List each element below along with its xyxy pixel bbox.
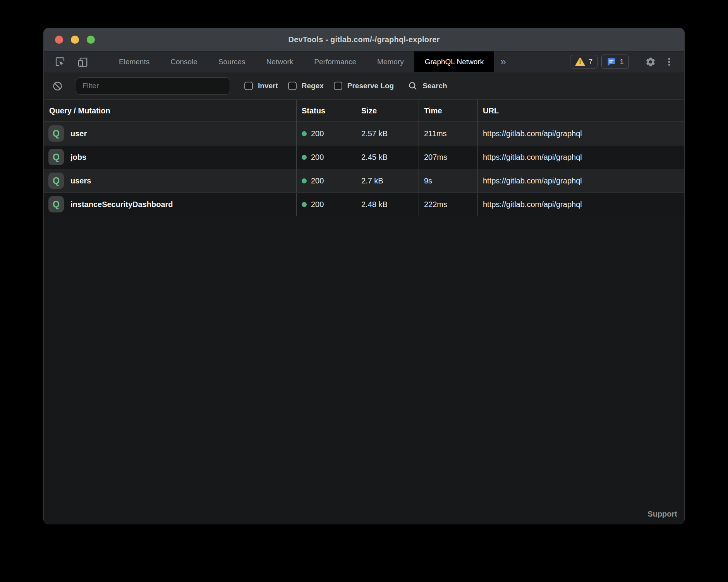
query-name: users (70, 176, 91, 185)
query-type-badge: Q (48, 125, 64, 142)
query-type-badge: Q (48, 173, 64, 189)
column-header-query-mutation[interactable]: Query / Mutation (44, 100, 296, 122)
cell-status: 200 (296, 169, 356, 192)
tab-label: Performance (314, 58, 356, 66)
column-header-size[interactable]: Size (356, 100, 419, 122)
column-header-label: URL (483, 106, 499, 115)
size-value: 2.57 kB (361, 129, 388, 138)
invert-checkbox-group: Invert (244, 82, 278, 90)
devtools-window: DevTools - gitlab.com/-/graphql-explorer (43, 28, 685, 524)
tab-label: Elements (119, 58, 149, 66)
time-value: 207ms (424, 153, 447, 162)
more-tabs-chevron-icon[interactable]: » (494, 51, 512, 72)
column-header-label: Time (424, 106, 442, 115)
tab-label: Sources (218, 58, 246, 66)
support-link[interactable]: Support (647, 510, 677, 519)
cell-size: 2.45 kB (356, 146, 419, 169)
preserve-log-checkbox-group: Preserve Log (334, 82, 394, 90)
tab-performance[interactable]: Performance (304, 51, 367, 72)
status-ok-dot-icon (302, 155, 307, 160)
toolbar-left-icons (44, 51, 108, 72)
status-code: 200 (311, 129, 324, 138)
status-ok-dot-icon (302, 131, 307, 136)
search-icon (408, 81, 418, 91)
network-filter-bar: Invert Regex Preserve Log Search (44, 72, 684, 100)
settings-gear-icon[interactable] (643, 55, 658, 69)
preserve-log-label[interactable]: Preserve Log (347, 82, 394, 90)
time-value: 211ms (424, 129, 447, 138)
tab-label: Memory (377, 58, 404, 66)
url-value: https://gitlab.com/api/graphql (483, 176, 582, 185)
cell-query: Q instanceSecurityDashboard (44, 193, 296, 216)
tab-graphql-network[interactable]: GraphQL Network (414, 51, 494, 72)
query-name: user (70, 129, 87, 138)
cell-url: https://gitlab.com/api/graphql (477, 169, 684, 192)
table-row[interactable]: Q user 200 2.57 kB 211ms https://gitlab.… (44, 122, 684, 146)
cell-query: Q jobs (44, 146, 296, 169)
cell-url: https://gitlab.com/api/graphql (477, 146, 684, 169)
cell-url: https://gitlab.com/api/graphql (477, 122, 684, 145)
cell-size: 2.48 kB (356, 193, 419, 216)
tab-network[interactable]: Network (256, 51, 304, 72)
invert-checkbox[interactable] (244, 82, 253, 90)
tab-elements[interactable]: Elements (108, 51, 160, 72)
url-value: https://gitlab.com/api/graphql (483, 129, 582, 138)
cell-time: 9s (419, 169, 477, 192)
column-header-url[interactable]: URL (477, 100, 684, 122)
toolbar-separator (99, 56, 99, 68)
cell-size: 2.7 kB (356, 169, 419, 192)
status-code: 200 (311, 176, 324, 185)
status-ok-dot-icon (302, 178, 307, 183)
column-header-label: Status (302, 106, 325, 115)
time-value: 9s (424, 176, 432, 185)
preserve-log-checkbox[interactable] (334, 82, 342, 90)
panel-empty-area: Support (44, 216, 684, 524)
toolbar-separator (636, 56, 636, 68)
message-count: 1 (620, 58, 624, 66)
cell-time: 207ms (419, 146, 477, 169)
message-bubble-icon (606, 57, 616, 67)
regex-label[interactable]: Regex (302, 82, 324, 90)
search-control[interactable]: Search (408, 81, 447, 91)
warnings-badge[interactable]: ! 7 (570, 55, 598, 68)
column-header-label: Query / Mutation (49, 106, 110, 115)
query-name: instanceSecurityDashboard (70, 200, 173, 209)
inspect-element-icon[interactable] (54, 56, 66, 68)
messages-badge[interactable]: 1 (601, 55, 629, 69)
window-title: DevTools - gitlab.com/-/graphql-explorer (44, 35, 684, 44)
status-code: 200 (311, 153, 324, 162)
time-value: 222ms (424, 200, 447, 209)
cell-status: 200 (296, 146, 356, 169)
devtools-tabbar: Elements Console Sources Network Perform… (44, 51, 684, 72)
tab-label: GraphQL Network (425, 58, 484, 66)
regex-checkbox[interactable] (288, 82, 297, 90)
warning-count: 7 (589, 58, 593, 66)
device-toolbar-icon[interactable] (76, 56, 89, 68)
column-header-status[interactable]: Status (296, 100, 356, 122)
url-value: https://gitlab.com/api/graphql (483, 200, 582, 209)
cell-size: 2.57 kB (356, 122, 419, 145)
toolbar-right-cluster: ! 7 1 (570, 51, 684, 72)
query-type-badge: Q (48, 196, 64, 212)
tab-console[interactable]: Console (160, 51, 208, 72)
table-row[interactable]: Q users 200 2.7 kB 9s https://gitlab.com… (44, 169, 684, 193)
invert-label[interactable]: Invert (258, 82, 278, 90)
cell-status: 200 (296, 122, 356, 145)
column-header-label: Size (361, 106, 377, 115)
size-value: 2.48 kB (361, 200, 388, 209)
cell-status: 200 (296, 193, 356, 216)
table-row[interactable]: Q instanceSecurityDashboard 200 2.48 kB … (44, 193, 684, 216)
clear-block-icon[interactable] (50, 79, 65, 93)
query-type-badge: Q (48, 149, 64, 165)
tab-sources[interactable]: Sources (208, 51, 256, 72)
tab-memory[interactable]: Memory (367, 51, 414, 72)
cell-query: Q user (44, 122, 296, 145)
kebab-menu-icon[interactable] (662, 55, 676, 69)
cell-query: Q users (44, 169, 296, 192)
column-header-time[interactable]: Time (419, 100, 477, 122)
filter-input[interactable] (76, 77, 230, 95)
table-row[interactable]: Q jobs 200 2.45 kB 207ms https://gitlab.… (44, 146, 684, 169)
cell-time: 222ms (419, 193, 477, 216)
search-label: Search (422, 82, 447, 90)
tab-label: Console (170, 58, 197, 66)
